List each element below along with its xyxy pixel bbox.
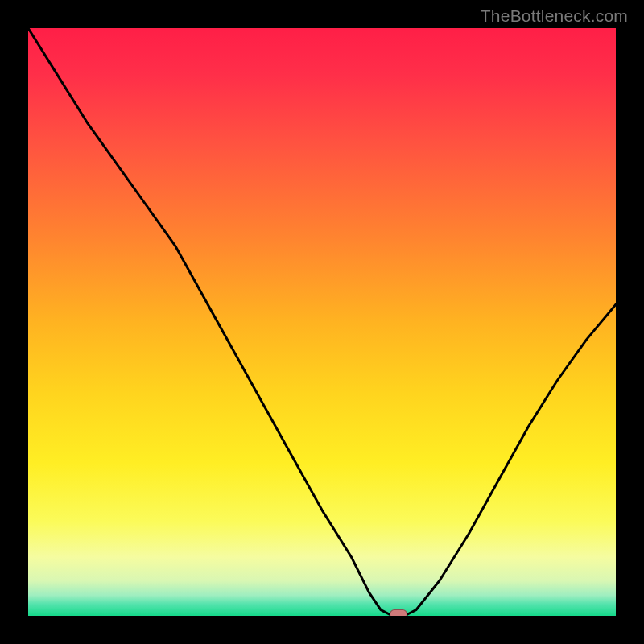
optimal-point-marker xyxy=(390,609,407,616)
watermark-text: TheBottleneck.com xyxy=(481,6,628,26)
bottleneck-curve-path xyxy=(28,28,616,616)
chart-frame: TheBottleneck.com xyxy=(0,0,644,644)
chart-curve xyxy=(28,28,616,616)
chart-plot-area xyxy=(28,28,616,616)
